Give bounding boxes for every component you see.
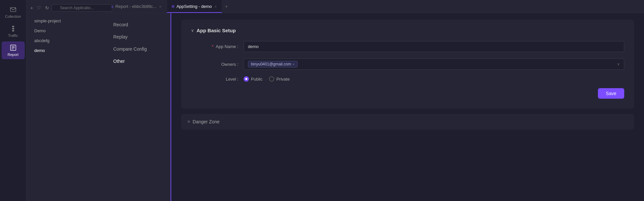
danger-zone-section: > Danger Zone <box>181 114 634 130</box>
favorite-button[interactable]: ♡ <box>36 4 42 12</box>
owners-dropdown-chevron: ∨ <box>617 62 620 66</box>
report-icon <box>10 44 17 51</box>
owners-label: Owners : <box>191 62 244 67</box>
tab-bar: ≡ Report - ebbc3b89c... × ⊞ AppSetting -… <box>105 0 644 13</box>
level-private-label: Private <box>276 77 289 82</box>
level-label: Level : <box>191 77 244 82</box>
main-content: ∨ App Basic Setup * App Name : Owners : <box>171 13 644 201</box>
app-name-label: * App Name : <box>191 44 244 49</box>
level-radio-group: Public Private <box>244 76 290 82</box>
traffic-label: Traffic <box>8 34 18 38</box>
sidebar: Collection Traffic Report <box>0 0 26 201</box>
save-button[interactable]: Save <box>598 88 624 99</box>
app-name-input[interactable] <box>244 41 624 52</box>
collection-label: Collection <box>5 14 21 18</box>
owner-tag-remove[interactable]: × <box>292 62 294 66</box>
subnav-compare-config[interactable]: Compare Config <box>107 43 169 55</box>
owners-input[interactable]: binyu0401@gmail.com × ∨ <box>244 59 624 70</box>
app-name-row: * App Name : <box>191 41 624 52</box>
subnav-replay[interactable]: Replay <box>107 31 169 43</box>
tab-report-label: Report - ebbc3b89c... <box>115 4 156 9</box>
subnav-record[interactable]: Record <box>107 19 169 31</box>
project-toolbar: + ♡ ↻ 🔍 <box>26 3 105 14</box>
level-public-option[interactable]: Public <box>244 76 262 82</box>
tab-report[interactable]: ≡ Report - ebbc3b89c... × <box>107 0 167 13</box>
owner-email: binyu0401@gmail.com <box>251 62 291 66</box>
tab-appsetting-label: AppSetting - demo <box>176 4 212 9</box>
sidebar-item-report[interactable]: Report <box>2 41 25 59</box>
subnav-other[interactable]: Other <box>107 55 169 67</box>
app-basic-setup-header[interactable]: ∨ App Basic Setup <box>191 28 624 33</box>
add-project-button[interactable]: + <box>29 4 34 12</box>
danger-zone-header[interactable]: > Danger Zone <box>188 119 628 124</box>
sidebar-item-collection[interactable]: Collection <box>2 3 25 21</box>
app-basic-setup-section: ∨ App Basic Setup * App Name : Owners : <box>181 20 634 109</box>
level-private-option[interactable]: Private <box>269 76 289 82</box>
form-actions: Save <box>191 88 624 99</box>
sidebar-item-traffic[interactable]: Traffic <box>2 22 25 40</box>
owner-tag: binyu0401@gmail.com × <box>248 61 298 67</box>
danger-zone-title: Danger Zone <box>193 119 220 124</box>
level-public-label: Public <box>251 77 262 82</box>
sub-nav: Record Replay Compare Config Other <box>105 13 171 201</box>
level-private-radio[interactable] <box>269 76 274 82</box>
tab-appsetting[interactable]: ⊞ AppSetting - demo × <box>167 0 222 13</box>
search-wrapper: 🔍 <box>52 4 112 12</box>
project-item-abcdefg[interactable]: abcdefg <box>28 36 104 45</box>
project-item-demo[interactable]: demo <box>28 46 104 55</box>
level-public-radio[interactable] <box>244 76 249 82</box>
collection-icon <box>10 6 17 13</box>
project-list: simple-project Demo abcdefg demo <box>26 14 105 57</box>
project-item-demo-upper[interactable]: Demo <box>28 26 104 36</box>
project-item-simple-project[interactable]: simple-project <box>28 16 104 26</box>
tab-appsetting-close[interactable]: × <box>214 4 217 9</box>
owners-row: Owners : binyu0401@gmail.com × ∨ <box>191 59 624 70</box>
tab-report-close[interactable]: × <box>158 4 162 9</box>
required-star: * <box>212 44 213 49</box>
app-basic-setup-chevron: ∨ <box>191 28 194 33</box>
traffic-icon <box>10 25 17 32</box>
tab-appsetting-icon: ⊞ <box>172 4 174 9</box>
search-input[interactable] <box>52 4 112 12</box>
danger-zone-chevron: > <box>188 119 190 124</box>
report-label: Report <box>8 53 18 57</box>
main-area: ≡ Report - ebbc3b89c... × ⊞ AppSetting -… <box>105 0 644 201</box>
project-panel: + ♡ ↻ 🔍 simple-project Demo abcdefg demo <box>26 0 105 201</box>
app-basic-setup-title: App Basic Setup <box>197 28 236 33</box>
content-area: Record Replay Compare Config Other ∨ App… <box>105 13 644 201</box>
refresh-button[interactable]: ↻ <box>44 4 50 12</box>
level-row: Level : Public Private <box>191 76 624 82</box>
new-tab-button[interactable]: + <box>222 2 230 11</box>
tab-report-icon: ≡ <box>111 5 113 9</box>
